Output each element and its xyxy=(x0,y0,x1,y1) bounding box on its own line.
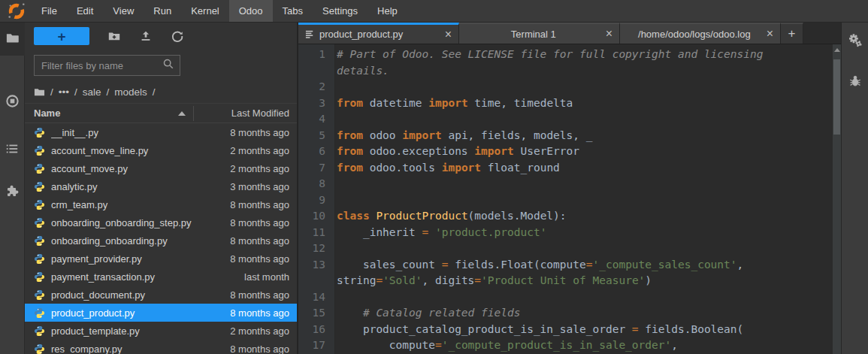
code-text[interactable] xyxy=(331,111,337,128)
file-row[interactable]: analytic.py3 months ago xyxy=(25,177,297,195)
left-activity-bar xyxy=(0,23,25,354)
file-row[interactable]: product_product.py8 months ago xyxy=(25,304,297,322)
code-text[interactable]: _inherit = 'product.product' xyxy=(331,225,546,241)
breadcrumb-ellipsis[interactable]: ••• xyxy=(59,86,69,98)
menu-item-view[interactable]: View xyxy=(103,0,144,22)
file-browser-tab[interactable] xyxy=(0,23,25,56)
python-file-icon xyxy=(34,325,45,337)
code-text[interactable] xyxy=(331,289,337,306)
code-text[interactable]: product_catalog_product_is_in_sale_order… xyxy=(331,322,743,338)
file-name: __init__.py xyxy=(51,127,194,138)
file-row[interactable]: account_move_line.py2 months ago xyxy=(25,141,297,159)
menu-item-odoo[interactable]: Odoo xyxy=(229,0,273,22)
filter-files-input[interactable] xyxy=(40,59,162,72)
code-text[interactable]: from odoo.exceptions import UserError xyxy=(331,144,579,160)
code-text[interactable]: details. xyxy=(331,63,389,80)
new-folder-button[interactable] xyxy=(107,29,121,43)
code-text[interactable] xyxy=(331,79,337,95)
code-line: 16 product_catalog_product_is_in_sale_or… xyxy=(298,322,841,338)
code-text[interactable]: # Catalog related fields xyxy=(331,305,520,322)
code-line: string='Sold', digits='Product Unit of M… xyxy=(298,273,841,289)
code-text[interactable] xyxy=(331,192,337,209)
tab-terminal-1[interactable]: Terminal 1× xyxy=(459,23,620,44)
code-line: 7from odoo.tools import float_round xyxy=(298,160,841,177)
code-line: 8 xyxy=(298,176,841,192)
code-line: 3from datetime import time, timedelta xyxy=(298,95,841,112)
filter-files-box[interactable] xyxy=(34,55,180,76)
sort-by-modified-header[interactable]: Last Modified xyxy=(194,107,297,119)
tab-close-icon[interactable]: × xyxy=(767,28,773,40)
code-text[interactable]: class ProductProduct(models.Model): xyxy=(331,208,567,225)
property-inspector-tab[interactable] xyxy=(842,29,868,56)
file-row[interactable]: product_document.py8 months ago xyxy=(25,286,297,304)
file-name: payment_transaction.py xyxy=(51,271,194,283)
breadcrumb-separator: / xyxy=(153,86,156,98)
tab-close-icon[interactable]: × xyxy=(606,28,612,40)
code-text[interactable]: sales_count = fields.Float(compute='_com… xyxy=(331,257,743,274)
file-row[interactable]: res_company.py8 months ago xyxy=(25,340,297,354)
table-of-contents-tab[interactable] xyxy=(0,134,25,167)
menu-item-kernel[interactable]: Kernel xyxy=(181,0,229,22)
code-text[interactable]: compute='_compute_product_is_in_sale_ord… xyxy=(331,337,678,354)
tab-close-icon[interactable]: × xyxy=(445,29,452,41)
breadcrumb-segment-sale[interactable]: sale xyxy=(83,86,101,98)
code-line: 17 compute='_compute_product_is_in_sale_… xyxy=(298,337,841,354)
menu-item-run[interactable]: Run xyxy=(144,0,181,22)
line-number: 2 xyxy=(298,79,331,95)
folder-icon xyxy=(5,31,20,48)
python-file-icon xyxy=(34,253,45,265)
file-row[interactable]: __init__.py8 months ago xyxy=(25,123,297,141)
breadcrumb-segment-models[interactable]: models xyxy=(114,86,147,98)
code-line: details. xyxy=(298,63,841,80)
code-text[interactable]: from odoo.tools import float_round xyxy=(331,160,560,177)
tab--home-odoo-logs-odoo-log[interactable]: /home/odoo/logs/odoo.log× xyxy=(620,23,781,44)
menu-item-edit[interactable]: Edit xyxy=(67,0,103,22)
right-activity-bar xyxy=(841,23,868,354)
file-name: product_product.py xyxy=(51,307,194,319)
file-modified: 2 months ago xyxy=(194,325,297,337)
file-row[interactable]: onboarding_onboarding_step.py8 months ag… xyxy=(25,213,297,231)
tab-product-product-py[interactable]: product_product.py× xyxy=(298,23,459,44)
code-text[interactable]: # Part of Odoo. See LICENSE file for ful… xyxy=(331,47,763,63)
code-line: 4 xyxy=(298,111,841,128)
folder-icon[interactable] xyxy=(34,86,45,98)
menu-item-settings[interactable]: Settings xyxy=(313,0,367,22)
code-text[interactable] xyxy=(331,176,337,192)
file-row[interactable]: product_template.py2 months ago xyxy=(25,322,297,340)
tab-label: product_product.py xyxy=(319,29,440,40)
file-row[interactable]: onboarding_onboarding.py8 months ago xyxy=(25,231,297,250)
file-modified: 8 months ago xyxy=(194,307,297,319)
new-tab-button[interactable]: + xyxy=(781,23,803,44)
scrollbar-up-arrow-icon[interactable] xyxy=(833,44,841,55)
code-editor[interactable]: 1# Part of Odoo. See LICENSE file for fu… xyxy=(298,44,841,354)
file-modified: 3 months ago xyxy=(194,181,297,192)
code-text[interactable] xyxy=(331,241,337,257)
file-row[interactable]: account_move.py2 months ago xyxy=(25,159,297,177)
menu-item-help[interactable]: Help xyxy=(367,0,407,22)
code-text[interactable]: string='Sold', digits='Product Unit of M… xyxy=(331,273,652,289)
scrollbar-thumb[interactable] xyxy=(833,59,840,135)
code-line: 1# Part of Odoo. See LICENSE file for fu… xyxy=(298,47,841,63)
new-launcher-button[interactable]: + xyxy=(34,27,89,45)
menu-item-tabs[interactable]: Tabs xyxy=(273,0,313,22)
breadcrumb: /•••/sale/models/ xyxy=(25,80,297,103)
code-text[interactable]: from datetime import time, timedelta xyxy=(331,95,573,112)
code-text[interactable]: from odoo import api, fields, models, _ xyxy=(331,128,593,144)
file-row[interactable]: payment_provider.py8 months ago xyxy=(25,250,297,268)
line-number: 16 xyxy=(298,322,331,338)
file-modified: 8 months ago xyxy=(194,127,297,138)
editor-scrollbar[interactable] xyxy=(833,44,841,354)
file-modified: last month xyxy=(194,271,297,283)
refresh-icon[interactable] xyxy=(171,29,184,43)
file-row[interactable]: crm_team.py8 months ago xyxy=(25,195,297,213)
running-kernels-tab[interactable] xyxy=(0,86,25,119)
sort-by-name-header[interactable]: Name xyxy=(34,107,193,119)
code-line: 9 xyxy=(298,192,841,209)
menu-item-file[interactable]: File xyxy=(32,0,67,22)
extensions-tab[interactable] xyxy=(0,176,25,209)
debugger-tab[interactable] xyxy=(842,69,868,96)
upload-icon[interactable] xyxy=(139,29,153,43)
file-row[interactable]: payment_transaction.pylast month xyxy=(25,268,297,286)
file-name: onboarding_onboarding_step.py xyxy=(51,217,194,228)
menu-bar: FileEditViewRunKernelOdooTabsSettingsHel… xyxy=(0,0,868,23)
